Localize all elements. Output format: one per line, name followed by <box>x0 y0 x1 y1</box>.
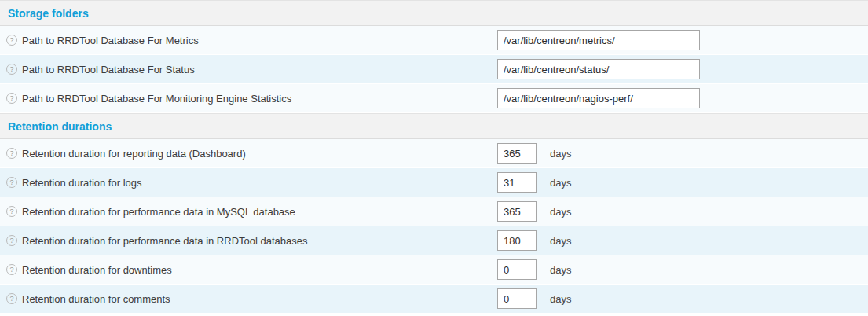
setting-row: ? Path to RRDTool Database For Metrics <box>0 26 868 55</box>
settings-section: Storage folders ? Path to RRDTool Databa… <box>0 0 868 113</box>
options-page: Storage folders ? Path to RRDTool Databa… <box>0 0 868 316</box>
field-label: Retention duration for comments <box>22 293 170 305</box>
field-label: Retention duration for performance data … <box>22 235 308 247</box>
days-suffix: days <box>550 177 571 189</box>
field-value-area <box>497 55 700 83</box>
setting-row: ? Retention duration for comments days <box>0 285 868 314</box>
field-value-area: days <box>497 285 571 313</box>
field-value-area: days <box>497 255 571 284</box>
section-title: Retention durations <box>8 120 112 133</box>
field-value-area: days <box>497 168 571 197</box>
help-icon[interactable]: ? <box>6 64 17 75</box>
setting-row: ? Retention duration for performance dat… <box>0 197 868 226</box>
help-icon[interactable]: ? <box>6 235 17 246</box>
help-icon[interactable]: ? <box>6 206 17 217</box>
help-icon[interactable]: ? <box>6 93 17 104</box>
field-value-area <box>497 84 700 112</box>
setting-row: ? Path to RRDTool Database For Status <box>0 55 868 84</box>
help-icon[interactable]: ? <box>6 35 17 46</box>
days-suffix: days <box>550 293 571 305</box>
field-value-area: days <box>497 197 571 226</box>
field-label: Retention duration for performance data … <box>22 206 295 218</box>
setting-row: ? Path to RRDTool Database For Monitorin… <box>0 84 868 113</box>
days-suffix: days <box>550 206 571 218</box>
field-value-area: days <box>497 226 571 255</box>
duration-input[interactable] <box>497 201 537 222</box>
settings-section: Retention durations ? Retention duration… <box>0 113 868 314</box>
section-rows: ? Retention duration for reporting data … <box>0 139 868 314</box>
duration-input[interactable] <box>497 230 537 251</box>
field-value-area <box>497 26 700 54</box>
setting-row: ? Retention duration for logs days <box>0 168 868 197</box>
duration-input[interactable] <box>497 288 537 309</box>
field-label: Path to RRDTool Database For Metrics <box>22 35 199 46</box>
section-title: Storage folders <box>8 7 89 20</box>
help-icon[interactable]: ? <box>6 148 17 159</box>
duration-input[interactable] <box>497 143 537 164</box>
path-input[interactable] <box>497 88 700 108</box>
help-icon[interactable]: ? <box>6 293 17 304</box>
help-icon[interactable]: ? <box>6 177 17 188</box>
days-suffix: days <box>550 235 571 247</box>
field-value-area: days <box>497 139 571 167</box>
section-header: Storage folders <box>0 0 868 26</box>
path-input[interactable] <box>497 59 700 79</box>
days-suffix: days <box>550 264 571 276</box>
field-label: Retention duration for reporting data (D… <box>22 148 246 160</box>
setting-row: ? Retention duration for downtimes days <box>0 255 868 285</box>
duration-input[interactable] <box>497 259 537 280</box>
path-input[interactable] <box>497 30 700 50</box>
duration-input[interactable] <box>497 172 537 193</box>
days-suffix: days <box>550 148 571 160</box>
section-rows: ? Path to RRDTool Database For Metrics ?… <box>0 26 868 113</box>
field-label: Retention duration for logs <box>22 177 141 189</box>
field-label: Path to RRDTool Database For Status <box>22 64 195 75</box>
section-header: Retention durations <box>0 113 868 139</box>
help-icon[interactable]: ? <box>6 264 17 275</box>
setting-row: ? Retention duration for performance dat… <box>0 226 868 255</box>
setting-row: ? Retention duration for reporting data … <box>0 139 868 168</box>
field-label: Retention duration for downtimes <box>22 264 172 276</box>
field-label: Path to RRDTool Database For Monitoring … <box>22 93 291 105</box>
